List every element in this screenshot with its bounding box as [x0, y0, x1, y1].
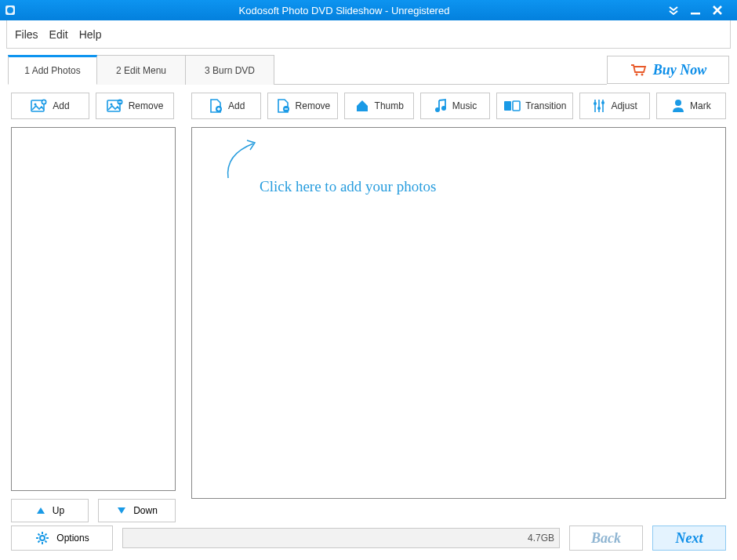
footer: Options 4.7GB Back Next [11, 524, 726, 552]
svg-point-3 [635, 74, 637, 76]
back-button[interactable]: Back [569, 525, 643, 551]
collapse-icon[interactable] [668, 5, 679, 16]
transition-icon [503, 99, 521, 113]
svg-point-21 [40, 536, 45, 540]
sliders-icon [592, 98, 606, 114]
triangle-up-icon [35, 506, 46, 515]
back-label: Back [591, 530, 621, 547]
buy-now-label: Buy Now [653, 62, 707, 78]
menu-bar: Files Edit Help [6, 20, 731, 49]
album-add-label: Add [53, 100, 69, 111]
move-down-button[interactable]: Down [98, 499, 176, 522]
svg-point-18 [597, 107, 601, 110]
minimize-icon[interactable] [690, 5, 701, 16]
file-minus-icon [275, 98, 291, 114]
album-remove-label: Remove [129, 100, 164, 111]
gear-icon [34, 530, 50, 546]
person-icon [671, 98, 685, 114]
svg-point-14 [441, 106, 446, 111]
photo-canvas[interactable]: Click here to add your photos [191, 127, 726, 499]
options-button[interactable]: Options [11, 525, 113, 551]
next-button[interactable]: Next [652, 525, 726, 551]
svg-point-17 [594, 102, 597, 105]
cart-icon [630, 63, 647, 77]
image-minus-icon [107, 99, 124, 113]
hint-text: Click here to add your photos [260, 178, 436, 195]
left-pane: Add Remove Up Down [11, 93, 176, 522]
thumb-label: Thumb [375, 100, 404, 111]
svg-point-20 [675, 100, 681, 106]
window-title: Kodosoft Photo DVD Slideshow - Unregiste… [20, 5, 668, 16]
thumb-button[interactable]: Thumb [344, 93, 414, 119]
svg-point-4 [641, 74, 643, 76]
move-up-label: Up [53, 505, 64, 516]
tab-bar: 1 Add Photos 2 Edit Menu 3 Burn DVD Buy … [8, 55, 729, 85]
hint-arrow-icon [223, 139, 263, 181]
adjust-button[interactable]: Adjust [579, 93, 649, 119]
tab-add-photos[interactable]: 1 Add Photos [8, 55, 97, 85]
next-label: Next [676, 530, 703, 547]
app-icon [0, 0, 20, 20]
title-bar: Kodosoft Photo DVD Slideshow - Unregiste… [0, 0, 737, 20]
tab-edit-menu[interactable]: 2 Edit Menu [96, 55, 186, 85]
buy-now-button[interactable]: Buy Now [607, 56, 729, 84]
photo-add-button[interactable]: Add [191, 93, 261, 119]
svg-point-19 [601, 101, 604, 104]
menu-files[interactable]: Files [15, 28, 38, 41]
move-up-button[interactable]: Up [11, 499, 89, 522]
disc-size-bar: 4.7GB [122, 528, 560, 548]
menu-edit[interactable]: Edit [49, 28, 68, 41]
disc-size-label: 4.7GB [528, 533, 554, 544]
file-plus-icon [208, 98, 223, 114]
album-list[interactable] [11, 127, 176, 491]
transition-button[interactable]: Transition [496, 93, 573, 119]
album-remove-button[interactable]: Remove [96, 93, 174, 119]
close-icon[interactable] [712, 5, 723, 16]
svg-rect-15 [504, 101, 511, 111]
photo-remove-label: Remove [296, 100, 331, 111]
photo-remove-button[interactable]: Remove [267, 93, 337, 119]
svg-rect-2 [691, 13, 700, 15]
mark-button[interactable]: Mark [656, 93, 726, 119]
move-down-label: Down [133, 505, 158, 516]
transition-label: Transition [525, 100, 566, 111]
svg-point-1 [7, 7, 13, 13]
image-plus-icon [31, 99, 48, 113]
adjust-label: Adjust [611, 100, 637, 111]
menu-help[interactable]: Help [79, 28, 102, 41]
photo-add-label: Add [228, 100, 245, 111]
triangle-down-icon [116, 506, 127, 515]
svg-rect-16 [513, 101, 520, 111]
home-icon [354, 99, 370, 113]
options-label: Options [56, 533, 89, 544]
music-label: Music [452, 100, 477, 111]
mark-label: Mark [690, 100, 711, 111]
tab-burn-dvd[interactable]: 3 Burn DVD [185, 55, 274, 85]
right-pane: Add Remove Thumb Music Transition Adjust [191, 93, 726, 522]
music-button[interactable]: Music [420, 93, 490, 119]
music-icon [434, 98, 448, 114]
album-add-button[interactable]: Add [11, 93, 89, 119]
